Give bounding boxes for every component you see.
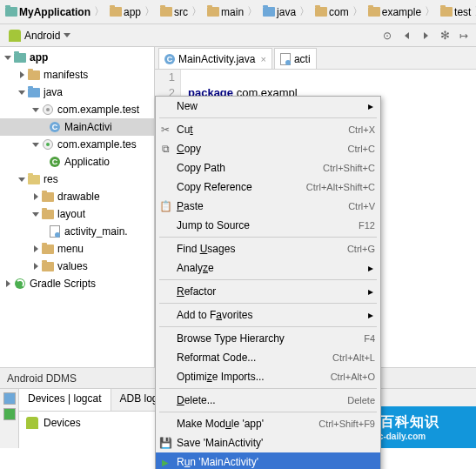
ctx-copy[interactable]: ⧉CopyCtrl+C <box>156 139 380 158</box>
package-icon <box>43 139 53 150</box>
run-icon: ▶ <box>159 456 171 468</box>
hide-icon[interactable]: ↦ <box>457 29 471 43</box>
tree-node-layout[interactable]: layout <box>0 205 154 223</box>
ctx-browse-type[interactable]: Browse Type HierarchyF4 <box>156 329 380 348</box>
nav-fwd-icon[interactable] <box>419 29 432 43</box>
folder-icon <box>42 262 54 271</box>
ddms-sidebar <box>0 389 19 448</box>
submenu-arrow-icon: ▸ <box>368 262 373 274</box>
ctx-jump[interactable]: Jump to SourceF12 <box>156 216 380 235</box>
project-icon <box>5 7 17 17</box>
breadcrumb-item[interactable]: main〉 <box>205 4 261 19</box>
tree-node-res[interactable]: res <box>0 171 154 188</box>
folder-icon <box>42 210 54 219</box>
ctx-analyze[interactable]: Analyze▸ <box>156 258 380 278</box>
folder-icon <box>28 70 40 80</box>
tree-node-xml[interactable]: activity_main. <box>0 223 154 240</box>
editor-tabs: CMainActivity.java× acti <box>155 47 476 70</box>
folder-icon <box>42 245 54 254</box>
ddms-tab-devices[interactable]: Devices | logcat <box>19 389 111 411</box>
tree-node-values[interactable]: values <box>0 258 154 275</box>
toolbar: Android ⊙ ✻ ↦ <box>0 24 476 47</box>
ctx-find-usages[interactable]: Find UsagesCtrl+G <box>156 239 380 258</box>
ctx-save[interactable]: 💾Save 'MainActivity' <box>156 433 380 452</box>
ctx-paste[interactable]: 📋PasteCtrl+V <box>156 197 380 216</box>
ctx-delete[interactable]: Delete...Delete <box>156 391 380 410</box>
tree-node-manifests[interactable]: manifests <box>0 66 154 84</box>
folder-icon <box>315 7 327 17</box>
class-icon: C <box>50 122 60 132</box>
xml-icon <box>280 53 291 65</box>
collapse-icon[interactable]: ⊙ <box>380 29 394 43</box>
screenshot-icon[interactable] <box>3 392 16 405</box>
breadcrumb-item[interactable]: test〉 <box>439 4 476 19</box>
tree-node-java[interactable]: java <box>0 84 154 101</box>
submenu-arrow-icon: ▸ <box>368 100 373 112</box>
submenu-arrow-icon: ▸ <box>368 309 373 321</box>
ctx-cut[interactable]: ✂CutCtrl+X <box>156 120 380 139</box>
class-icon: C <box>164 54 175 64</box>
android-icon <box>26 417 38 429</box>
ctx-refactor[interactable]: Refactor▸ <box>156 282 380 301</box>
breadcrumb-item[interactable]: app〉 <box>108 4 158 19</box>
tree-node-mainactivity[interactable]: CMainActivi <box>0 118 154 136</box>
ctx-run[interactable]: ▶Run 'MainActivity' <box>156 452 380 469</box>
android-icon <box>9 30 21 42</box>
breadcrumb-item[interactable]: com〉 <box>313 4 366 19</box>
project-tree: app manifests java com.example.test CMai… <box>0 47 155 367</box>
cut-icon: ✂ <box>159 124 171 136</box>
folder-icon <box>207 7 219 17</box>
breadcrumb-item[interactable]: example〉 <box>366 4 439 19</box>
submenu-arrow-icon: ▸ <box>368 285 373 298</box>
gradle-icon <box>15 278 25 289</box>
gear-icon[interactable]: ✻ <box>438 29 452 43</box>
ctx-copy-path[interactable]: Copy PathCtrl+Shift+C <box>156 158 380 178</box>
devices-label: Devices <box>44 417 81 429</box>
tree-node-menu[interactable]: menu <box>0 240 154 258</box>
paste-icon: 📋 <box>159 200 171 212</box>
view-dropdown[interactable]: Android <box>24 30 60 42</box>
tree-node-drawable[interactable]: drawable <box>0 188 154 205</box>
breadcrumb-item[interactable]: src〉 <box>158 4 205 19</box>
ctx-reformat[interactable]: Reformat Code...Ctrl+Alt+L <box>156 348 380 367</box>
run-icon[interactable] <box>3 408 16 420</box>
breadcrumb-item[interactable]: java〉 <box>261 4 313 19</box>
save-icon: 💾 <box>159 437 171 449</box>
package-icon <box>43 104 53 115</box>
tree-node-package[interactable]: com.example.tes <box>0 136 154 153</box>
tree-node-file[interactable]: CApplicatio <box>0 153 154 171</box>
copy-icon: ⧉ <box>159 143 171 155</box>
dropdown-arrow-icon[interactable] <box>64 33 70 37</box>
close-icon[interactable]: × <box>260 54 265 64</box>
tree-node-package[interactable]: com.example.test <box>0 101 154 118</box>
folder-icon <box>42 192 54 202</box>
tree-node-app[interactable]: app <box>0 49 154 66</box>
folder-icon <box>28 175 40 184</box>
folder-icon <box>160 7 172 17</box>
context-menu: New▸ ✂CutCtrl+X ⧉CopyCtrl+C Copy PathCtr… <box>155 96 381 469</box>
nav-back-icon[interactable] <box>399 29 413 43</box>
ctx-new[interactable]: New▸ <box>156 97 380 116</box>
tree-node-gradle[interactable]: Gradle Scripts <box>0 275 154 292</box>
ctx-copy-ref[interactable]: Copy ReferenceCtrl+Alt+Shift+C <box>156 178 380 197</box>
editor-tab[interactable]: acti <box>274 48 317 69</box>
ctx-optimize[interactable]: Optimize Imports...Ctrl+Alt+O <box>156 367 380 386</box>
breadcrumb-bar: MyApplication〉 app〉 src〉 main〉 java〉 com… <box>0 0 476 24</box>
breadcrumb-item[interactable]: MyApplication〉 <box>3 4 108 19</box>
folder-icon <box>28 88 40 97</box>
editor-tab[interactable]: CMainActivity.java× <box>158 48 272 69</box>
folder-icon <box>110 7 122 17</box>
module-icon <box>14 53 26 63</box>
ctx-favorites[interactable]: Add to Favorites▸ <box>156 305 380 325</box>
folder-icon <box>263 7 275 17</box>
class-icon: C <box>50 157 60 167</box>
xml-icon <box>50 225 60 238</box>
folder-icon <box>440 7 453 17</box>
folder-icon <box>368 7 380 17</box>
ctx-make-module[interactable]: Make Module 'app'Ctrl+Shift+F9 <box>156 414 380 433</box>
